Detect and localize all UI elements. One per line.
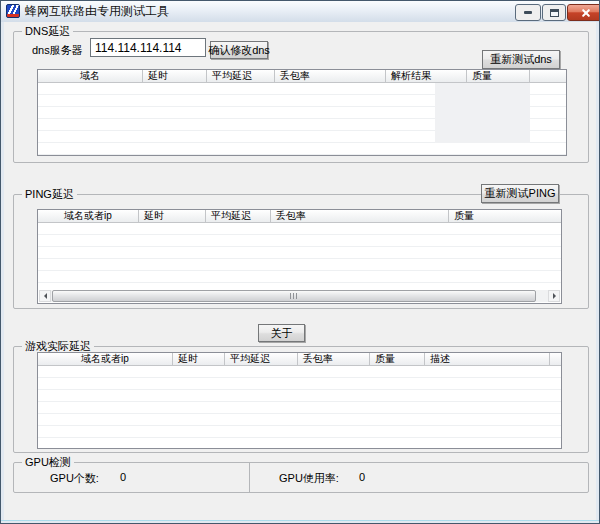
column-header[interactable]: 延时	[173, 353, 225, 365]
scroll-left-icon[interactable]	[39, 290, 51, 302]
dns-list: 域名 延时 平均延迟 丢包率 解析结果 质量	[37, 69, 567, 156]
game-list-body[interactable]	[38, 366, 561, 448]
retest-ping-button[interactable]: 重新测试PING	[481, 184, 559, 203]
column-header[interactable]: 描述	[425, 353, 550, 365]
minimize-button[interactable]	[515, 4, 541, 21]
ping-horizontal-scrollbar[interactable]	[39, 290, 560, 302]
app-window: 蜂网互联路由专用测试工具 DNS延迟 dns服务器 确认修改dns 重新测试dn…	[0, 0, 600, 524]
scrollbar-grip-icon	[290, 293, 298, 299]
column-header[interactable]: 质量	[449, 210, 561, 222]
column-header[interactable]: 域名	[38, 70, 143, 82]
gpu-usage-label: GPU使用率:	[279, 471, 339, 486]
retest-dns-button[interactable]: 重新测试dns	[482, 50, 560, 69]
app-logo-icon	[6, 4, 20, 18]
window-frame-left	[1, 22, 4, 523]
dns-list-header: 域名 延时 平均延迟 丢包率 解析结果 质量	[38, 70, 566, 83]
ping-list: 域名或者ip 延时 平均延迟 丢包率 质量	[37, 209, 562, 304]
window-frame-bottom	[1, 520, 599, 523]
dns-server-label: dns服务器	[32, 43, 83, 58]
column-header[interactable]: 质量	[467, 70, 530, 82]
ping-group: PING延迟 域名或者ip 延时 平均延迟 丢包率 质量	[13, 194, 589, 309]
scroll-right-icon[interactable]	[548, 290, 560, 302]
ping-group-label: PING延迟	[22, 188, 77, 201]
confirm-dns-button[interactable]: 确认修改dns	[210, 41, 268, 59]
column-header[interactable]: 丢包率	[275, 70, 386, 82]
dns-server-input[interactable]	[90, 38, 206, 57]
dns-list-body[interactable]	[38, 83, 566, 155]
dns-group-label: DNS延迟	[22, 25, 73, 38]
column-header[interactable]: 质量	[370, 353, 425, 365]
minimize-icon	[524, 11, 532, 14]
column-header[interactable]: 平均延迟	[225, 353, 298, 365]
ping-list-header: 域名或者ip 延时 平均延迟 丢包率 质量	[38, 210, 561, 223]
column-header-empty	[550, 353, 561, 365]
window-frame-right	[596, 22, 599, 523]
column-header[interactable]: 丢包率	[271, 210, 449, 222]
scrollbar-thumb[interactable]	[52, 290, 536, 302]
titlebar[interactable]: 蜂网互联路由专用测试工具	[1, 1, 599, 22]
column-header[interactable]: 解析结果	[386, 70, 467, 82]
game-list-header: 域名或者ip 延时 平均延迟 丢包率 质量 描述	[38, 353, 561, 366]
game-group: 游戏实际延迟 域名或者ip 延时 平均延迟 丢包率 质量 描述	[13, 346, 589, 453]
ping-list-body[interactable]	[38, 223, 561, 290]
gpu-group-divider	[249, 463, 250, 492]
gpu-group: GPU检测 GPU个数: 0 GPU使用率: 0	[13, 462, 589, 493]
dns-list-gray-region	[435, 83, 530, 143]
column-header[interactable]: 丢包率	[298, 353, 370, 365]
column-header[interactable]: 域名或者ip	[38, 353, 173, 365]
close-icon	[581, 8, 591, 18]
window-title: 蜂网互联路由专用测试工具	[25, 1, 169, 22]
gpu-count-value: 0	[120, 471, 126, 483]
column-header[interactable]: 延时	[139, 210, 206, 222]
game-list: 域名或者ip 延时 平均延迟 丢包率 质量 描述	[37, 352, 562, 449]
dns-group: DNS延迟 dns服务器 确认修改dns 重新测试dns 域名 延时 平均延迟 …	[13, 31, 589, 163]
maximize-button[interactable]	[542, 4, 566, 21]
column-header[interactable]: 平均延迟	[206, 210, 271, 222]
column-header[interactable]: 延时	[143, 70, 207, 82]
column-header-empty	[530, 70, 566, 82]
about-button[interactable]: 关于	[258, 324, 305, 342]
maximize-icon	[550, 9, 559, 17]
gpu-group-label: GPU检测	[22, 456, 74, 469]
gpu-count-label: GPU个数:	[50, 471, 99, 486]
column-header[interactable]: 平均延迟	[207, 70, 275, 82]
gpu-usage-value: 0	[359, 471, 365, 483]
close-button[interactable]	[567, 4, 600, 21]
column-header[interactable]: 域名或者ip	[38, 210, 139, 222]
